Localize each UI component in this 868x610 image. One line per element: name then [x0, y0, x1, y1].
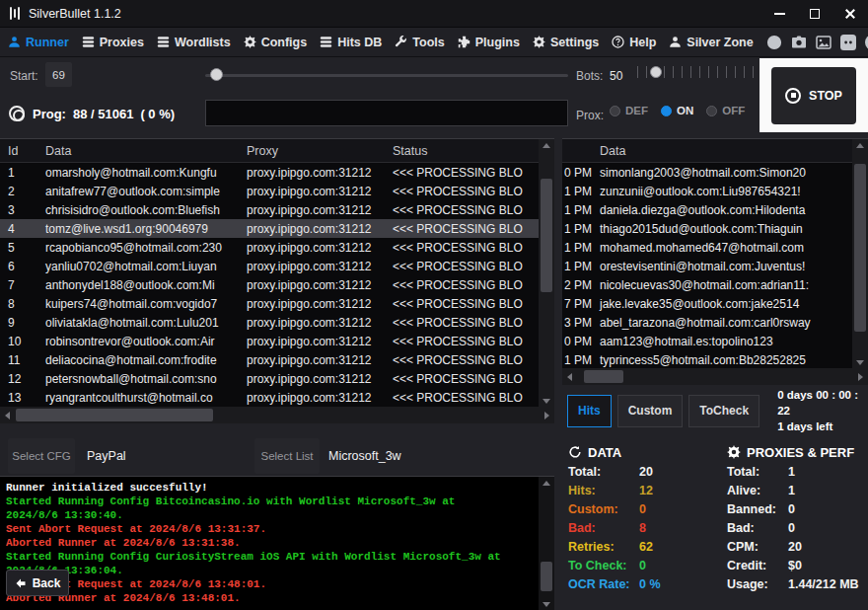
cell-status: <<< PROCESSING BLO: [385, 316, 539, 330]
scroll-thumb[interactable]: [541, 562, 552, 591]
hits-row[interactable]: 1 PMtyprincess5@hotmail.com:Bb28252825: [562, 350, 852, 369]
start-slider[interactable]: [205, 68, 568, 82]
results-row[interactable]: 10robinsontrevor@outlook.com:Airproxy.ip…: [0, 332, 539, 350]
hits-row[interactable]: 1 PMzunzunii@outlook.com:Liu987654321!: [562, 182, 852, 200]
slider-thumb[interactable]: [650, 66, 662, 78]
results-row[interactable]: 11deliacocina@hotmail.com:froditeproxy.i…: [0, 350, 539, 369]
stat-row: Credit:$0: [727, 556, 868, 574]
close-icon: [844, 8, 856, 20]
bots-slider[interactable]: [637, 63, 754, 81]
cell-proxy: proxy.ipipgo.com:31212: [239, 353, 385, 367]
nav-item-silver-zone[interactable]: Silver Zone: [669, 36, 753, 49]
nav-item-help[interactable]: Help: [612, 36, 656, 49]
results-row[interactable]: 8kuipers74@hotmail.com:vogido7proxy.ipip…: [0, 294, 539, 313]
back-button[interactable]: Back: [6, 570, 69, 596]
hits-row[interactable]: 1 PMorestevisentini@hotmail.com:Juventus…: [562, 257, 852, 275]
log-vertical-scrollbar[interactable]: [539, 477, 554, 610]
hits-vertical-scrollbar[interactable]: [852, 139, 868, 369]
scroll-up-icon[interactable]: [856, 143, 864, 148]
nav-item-hits-db[interactable]: Hits DB: [320, 36, 382, 49]
select-cfg-button[interactable]: Select CFG: [8, 438, 75, 474]
hits-row[interactable]: 7 PMjake.levake35@outlook.com:jake2514: [562, 294, 852, 313]
results-row[interactable]: 12petersnowball@hotmail.com:snoproxy.ipi…: [0, 369, 539, 388]
hits-row[interactable]: 1 PMmohamed.mohamed647@hotmail.com: [562, 238, 852, 257]
hits-row[interactable]: 0 PMsimonlang2003@hotmail.com:Simon20: [562, 163, 852, 182]
tab-hits[interactable]: Hits: [567, 395, 612, 427]
log-line: Started Running Config Bitcoincasino.io …: [6, 495, 535, 508]
maximize-button[interactable]: [797, 0, 832, 27]
results-row[interactable]: 4tomz@live.wsd1.org:90046979proxy.ipipgo…: [0, 219, 539, 238]
cell-data: jake.levake35@outlook.com:jake2514: [592, 297, 852, 311]
hits-row[interactable]: 3 PMabel_tarazona@hotmail.com:carl0rsway: [562, 313, 852, 332]
cell-data: anthonydel188@outlook.com:Mi: [37, 278, 239, 292]
results-table: Id Data Proxy Status 1omarsholy@hotmail.…: [0, 138, 554, 423]
history-icon[interactable]: [766, 35, 782, 50]
cell-data: zunzunii@outlook.com:Liu987654321!: [592, 185, 852, 198]
nav-item-settings[interactable]: Settings: [533, 36, 599, 49]
hits-table-header: Data: [562, 139, 868, 163]
results-row[interactable]: 6yanliu0702@hotmail.com:Liuyanproxy.ipip…: [0, 257, 539, 275]
stop-button[interactable]: STOP: [771, 67, 856, 124]
hits-row[interactable]: 0 PMaam123@hotmail.es:topolino123: [562, 332, 852, 350]
scroll-left-icon[interactable]: [5, 412, 10, 419]
hits-row[interactable]: 1 PMthiago2015dud@outlook.com:Thiaguin: [562, 219, 852, 238]
stat-label: OCR Rate:: [568, 577, 639, 591]
hits-horizontal-scrollbar[interactable]: [562, 368, 868, 385]
hits-row[interactable]: 1 PMdaniela.diezga@outlook.com:Hilodenta: [562, 200, 852, 219]
minimize-button[interactable]: [761, 0, 797, 27]
hits-row[interactable]: 2 PMnicolecuevas30@hotmail.com:adrian11:: [562, 275, 852, 294]
scroll-right-icon[interactable]: [544, 412, 549, 419]
cell-data: omarsholy@hotmail.com:Kungfu: [37, 166, 239, 180]
select-list-button[interactable]: Select List: [254, 438, 320, 474]
scroll-thumb[interactable]: [541, 179, 552, 292]
scroll-thumb[interactable]: [854, 164, 866, 332]
tab-tocheck[interactable]: ToCheck: [688, 395, 760, 427]
screenshot-icon[interactable]: [791, 35, 807, 50]
cell-status: <<< PROCESSING BLO: [385, 297, 539, 311]
results-vertical-scrollbar[interactable]: [539, 139, 554, 408]
scroll-down-icon[interactable]: [542, 399, 550, 404]
prox-option-on[interactable]: ON: [661, 105, 693, 116]
nav-item-plugins[interactable]: Plugins: [458, 36, 520, 49]
results-row[interactable]: 2anitafrew77@outlook.com:simpleproxy.ipi…: [0, 182, 539, 200]
cell-proxy: proxy.ipipgo.com:31212: [239, 316, 385, 330]
scroll-down-icon[interactable]: [542, 602, 550, 607]
nav-label: Wordlists: [175, 36, 231, 49]
scroll-left-icon[interactable]: [567, 373, 572, 381]
discord-icon[interactable]: [840, 35, 856, 50]
nav-item-wordlists[interactable]: Wordlists: [157, 36, 231, 49]
results-row[interactable]: 3chrisisidro@outlook.com:Bluefishproxy.i…: [0, 200, 539, 219]
nav-item-runner[interactable]: Runner: [8, 36, 69, 49]
slider-track[interactable]: [205, 74, 568, 77]
close-button[interactable]: [832, 0, 868, 27]
results-row[interactable]: 5rcapobianco95@hotmail.com:230proxy.ipip…: [0, 238, 539, 257]
results-horizontal-scrollbar[interactable]: [0, 407, 554, 423]
start-value-field[interactable]: 69: [45, 62, 72, 87]
gallery-icon[interactable]: [816, 35, 832, 50]
nav-item-configs[interactable]: Configs: [244, 36, 308, 49]
hits-panel: Data 0 PMsimonlang2003@hotmail.com:Simon…: [562, 138, 868, 385]
cell-proxy: proxy.ipipgo.com:31212: [239, 166, 385, 180]
scroll-right-icon[interactable]: [858, 373, 863, 381]
scroll-thumb[interactable]: [16, 409, 213, 421]
scroll-up-icon[interactable]: [542, 481, 550, 486]
cell-proxy: proxy.ipipgo.com:31212: [239, 297, 385, 311]
results-row[interactable]: 9oliviatakla@hotmail.com:Lulu201proxy.ip…: [0, 313, 539, 332]
nav-icon-buttons: [766, 35, 868, 50]
cell-id: 5: [0, 241, 37, 255]
stat-label: Usage:: [727, 577, 788, 591]
scroll-thumb[interactable]: [584, 370, 623, 383]
results-row[interactable]: 13ryangrantcoulthurst@hotmail.coproxy.ip…: [0, 388, 539, 407]
nav-item-proxies[interactable]: Proxies: [82, 36, 144, 49]
nav-item-tools[interactable]: Tools: [395, 36, 444, 49]
tab-custom[interactable]: Custom: [617, 395, 684, 427]
titlebar: SilverBullet 1.1.2: [0, 0, 868, 28]
prox-option-off[interactable]: OFF: [706, 105, 745, 116]
slider-thumb[interactable]: [210, 68, 223, 81]
results-row[interactable]: 7anthonydel188@outlook.com:Miproxy.ipipg…: [0, 275, 539, 294]
scroll-down-icon[interactable]: [856, 360, 864, 365]
prox-option-def[interactable]: DEF: [610, 105, 648, 116]
results-row[interactable]: 1omarsholy@hotmail.com:Kungfuproxy.ipipg…: [0, 163, 539, 182]
results-table-body: 1omarsholy@hotmail.com:Kungfuproxy.ipipg…: [0, 163, 539, 407]
scroll-up-icon[interactable]: [542, 143, 550, 148]
